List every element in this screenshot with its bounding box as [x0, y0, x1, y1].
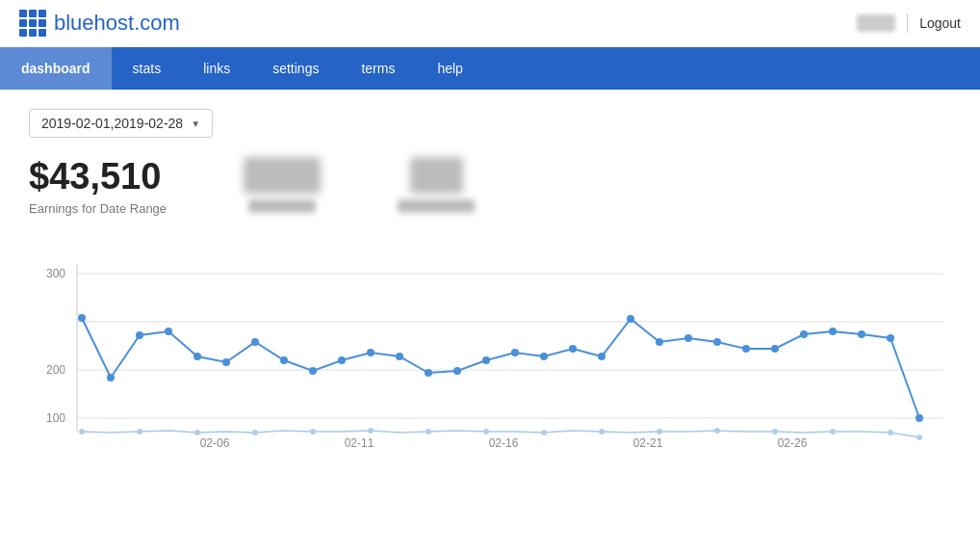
nav-item-dashboard[interactable]: dashboard: [0, 47, 112, 90]
dot-primary-17: [569, 345, 577, 353]
header-divider: [907, 13, 908, 33]
blurred-label-2: [398, 199, 475, 213]
dot-secondary-1: [137, 429, 142, 434]
dot-primary-19: [627, 315, 634, 323]
header: bluehost.com Logout: [0, 0, 980, 47]
dot-secondary-13: [830, 429, 836, 434]
chevron-down-icon: ▼: [191, 118, 200, 129]
logo-text: bluehost.com: [54, 11, 180, 36]
dot-primary-24: [771, 345, 779, 353]
dot-primary-23: [742, 345, 750, 353]
main-nav: dashboard stats links settings terms hel…: [0, 47, 980, 90]
logout-button[interactable]: Logout: [919, 15, 961, 31]
dot-secondary-15: [916, 434, 922, 440]
dot-primary-0: [78, 314, 86, 322]
dot-primary-25: [800, 330, 808, 338]
blurred-stat-2: [398, 157, 475, 213]
dot-primary-15: [511, 349, 519, 356]
logo-area: bluehost.com: [19, 10, 180, 37]
svg-text:02-16: 02-16: [489, 436, 519, 450]
blurred-label-1: [248, 199, 316, 213]
dot-primary-26: [829, 328, 837, 335]
dot-primary-22: [713, 338, 721, 346]
dot-primary-18: [598, 353, 606, 360]
header-right: Logout: [857, 13, 961, 33]
dot-primary-10: [367, 349, 374, 356]
earnings-amount: $43,510: [29, 157, 167, 197]
dot-primary-12: [425, 369, 432, 377]
nav-item-links[interactable]: links: [182, 47, 251, 90]
primary-data-line: [82, 318, 919, 418]
blurred-value-1: [244, 157, 321, 194]
main-content: 2019-02-01,2019-02-28 ▼ $43,510 Earnings…: [0, 90, 980, 476]
dot-secondary-11: [714, 428, 720, 434]
dot-secondary-0: [79, 429, 85, 434]
blurred-stat-1: [244, 157, 321, 213]
dot-secondary-4: [310, 429, 316, 434]
svg-text:100: 100: [46, 411, 65, 425]
dot-primary-29: [916, 414, 923, 422]
dot-primary-6: [251, 338, 259, 346]
nav-item-stats[interactable]: stats: [112, 47, 183, 90]
nav-item-help[interactable]: help: [416, 47, 483, 90]
dot-secondary-3: [252, 430, 258, 435]
svg-text:02-26: 02-26: [778, 436, 808, 450]
svg-text:02-06: 02-06: [200, 436, 230, 450]
svg-text:02-11: 02-11: [345, 436, 374, 450]
dot-primary-16: [540, 353, 548, 360]
dot-primary-28: [887, 334, 894, 342]
dot-secondary-10: [657, 429, 662, 434]
dot-primary-2: [136, 331, 143, 339]
dot-secondary-8: [541, 430, 547, 435]
dot-primary-13: [453, 367, 461, 375]
svg-text:300: 300: [46, 267, 65, 280]
dot-secondary-14: [888, 430, 893, 435]
dot-secondary-12: [772, 429, 778, 434]
user-avatar: [857, 14, 895, 32]
blurred-value-2: [410, 157, 463, 194]
dot-secondary-9: [599, 429, 605, 434]
dot-secondary-5: [368, 428, 374, 434]
earnings-chart: 300 200 100 02-06 02-11 02-16 02-21 02-2…: [29, 245, 953, 457]
dot-secondary-7: [483, 429, 489, 434]
logo-grid-icon: [19, 10, 46, 37]
dot-primary-3: [165, 328, 172, 335]
dot-primary-5: [222, 358, 230, 366]
earnings-label: Earnings for Date Range: [29, 201, 167, 216]
stats-row: $43,510 Earnings for Date Range: [29, 157, 951, 216]
earnings-stat: $43,510 Earnings for Date Range: [29, 157, 167, 216]
date-range-dropdown[interactable]: 2019-02-01,2019-02-28 ▼: [29, 109, 213, 138]
nav-item-terms[interactable]: terms: [340, 47, 416, 90]
dot-primary-11: [396, 353, 403, 360]
dot-primary-27: [858, 330, 865, 338]
svg-text:02-21: 02-21: [633, 436, 663, 450]
dot-primary-9: [338, 356, 346, 364]
dot-primary-4: [193, 353, 201, 360]
dot-primary-7: [280, 356, 288, 364]
dot-primary-14: [482, 356, 490, 364]
svg-text:200: 200: [46, 363, 65, 377]
dot-secondary-2: [194, 430, 200, 435]
dot-primary-1: [107, 374, 115, 381]
dot-secondary-6: [426, 429, 431, 434]
chart-container: 300 200 100 02-06 02-11 02-16 02-21 02-2…: [29, 245, 953, 457]
dot-primary-21: [684, 334, 692, 342]
dot-primary-8: [309, 367, 317, 375]
dot-primary-20: [656, 338, 663, 346]
nav-item-settings[interactable]: settings: [251, 47, 340, 90]
date-range-value: 2019-02-01,2019-02-28: [41, 116, 183, 131]
